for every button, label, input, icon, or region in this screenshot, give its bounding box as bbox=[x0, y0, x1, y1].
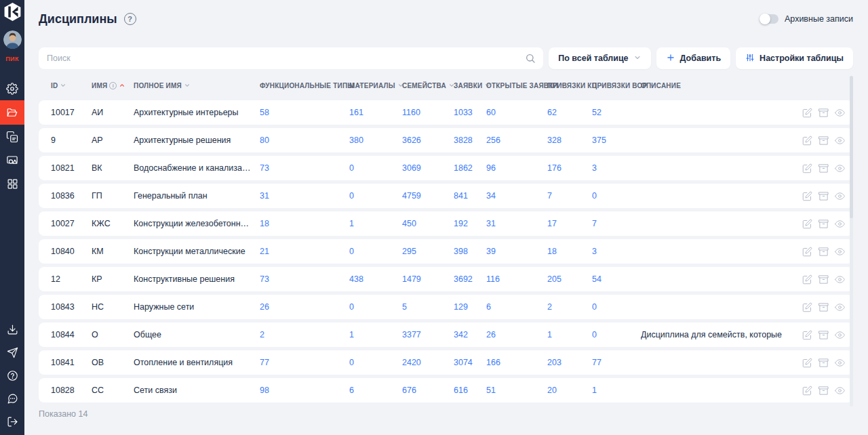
cell-functional_types[interactable]: 77 bbox=[260, 358, 349, 367]
archive-button[interactable] bbox=[818, 191, 829, 201]
column-header-materials[interactable]: МАТЕРИАЛЫ bbox=[349, 82, 402, 89]
cell-requests[interactable]: 616 bbox=[454, 386, 486, 395]
cell-open_requests[interactable]: 116 bbox=[486, 274, 547, 284]
cell-vor_bindings[interactable]: 3 bbox=[592, 247, 641, 256]
cell-families[interactable]: 1160 bbox=[402, 108, 454, 117]
cell-open_requests[interactable]: 51 bbox=[486, 386, 547, 395]
cell-functional_types[interactable]: 2 bbox=[260, 330, 349, 339]
eye-button[interactable] bbox=[835, 108, 845, 118]
cell-open_requests[interactable]: 60 bbox=[486, 108, 547, 117]
cell-functional_types[interactable]: 80 bbox=[260, 136, 349, 145]
archive-button[interactable] bbox=[818, 163, 829, 173]
archive-button[interactable] bbox=[818, 386, 829, 396]
cell-materials[interactable]: 0 bbox=[349, 163, 402, 173]
eye-button[interactable] bbox=[835, 219, 845, 229]
cell-vor_bindings[interactable]: 7 bbox=[592, 219, 641, 228]
cell-families[interactable]: 450 bbox=[402, 219, 454, 228]
cell-kc_bindings[interactable]: 1 bbox=[547, 330, 592, 339]
cell-open_requests[interactable]: 26 bbox=[486, 330, 547, 339]
cell-materials[interactable]: 161 bbox=[349, 108, 402, 117]
cell-open_requests[interactable]: 256 bbox=[486, 136, 547, 145]
cell-families[interactable]: 1479 bbox=[402, 274, 454, 284]
cell-vor_bindings[interactable]: 0 bbox=[592, 191, 641, 201]
cell-families[interactable]: 2420 bbox=[402, 358, 454, 367]
cell-kc_bindings[interactable]: 20 bbox=[547, 386, 592, 395]
sidebar-item-download[interactable] bbox=[0, 318, 24, 341]
cell-materials[interactable]: 0 bbox=[349, 302, 402, 312]
cell-requests[interactable]: 3074 bbox=[454, 358, 486, 367]
archive-button[interactable] bbox=[818, 274, 829, 285]
help-icon[interactable]: ? bbox=[124, 13, 136, 25]
column-header-open_requests[interactable]: ОТКРЫТЫЕ ЗАЯВКИ bbox=[486, 82, 547, 89]
edit-button[interactable] bbox=[802, 108, 812, 118]
cell-materials[interactable]: 1 bbox=[349, 219, 402, 228]
archive-toggle[interactable] bbox=[760, 14, 778, 24]
cell-vor_bindings[interactable]: 3 bbox=[592, 163, 641, 173]
cell-requests[interactable]: 1033 bbox=[454, 108, 486, 117]
cell-vor_bindings[interactable]: 52 bbox=[592, 108, 641, 117]
edit-button[interactable] bbox=[802, 136, 812, 146]
edit-button[interactable] bbox=[802, 247, 812, 257]
edit-button[interactable] bbox=[802, 330, 812, 340]
cell-open_requests[interactable]: 166 bbox=[486, 358, 547, 367]
cell-materials[interactable]: 6 bbox=[349, 386, 402, 395]
sidebar-item-folder[interactable] bbox=[0, 100, 24, 125]
cell-requests[interactable]: 192 bbox=[454, 219, 486, 228]
column-header-name[interactable]: ИМЯi bbox=[92, 82, 134, 89]
cell-vor_bindings[interactable]: 1 bbox=[592, 386, 641, 395]
cell-functional_types[interactable]: 98 bbox=[260, 386, 349, 395]
column-header-requests[interactable]: ЗАЯВКИ bbox=[454, 82, 486, 89]
sidebar-item-chat[interactable] bbox=[0, 387, 24, 410]
eye-button[interactable] bbox=[835, 247, 845, 257]
column-header-functional_types[interactable]: ФУНКЦИОНАЛЬНЫЕ ТИПЫ bbox=[260, 82, 349, 89]
cell-functional_types[interactable]: 73 bbox=[260, 163, 349, 173]
column-header-id[interactable]: ID bbox=[51, 82, 92, 89]
edit-button[interactable] bbox=[802, 358, 812, 368]
cell-materials[interactable]: 438 bbox=[349, 274, 402, 284]
cell-functional_types[interactable]: 58 bbox=[260, 108, 349, 117]
scrollbar-thumb[interactable] bbox=[850, 76, 853, 218]
cell-requests[interactable]: 3692 bbox=[454, 274, 486, 284]
cell-materials[interactable]: 0 bbox=[349, 247, 402, 256]
cell-open_requests[interactable]: 31 bbox=[486, 219, 547, 228]
cell-vor_bindings[interactable]: 375 bbox=[592, 136, 641, 145]
archive-button[interactable] bbox=[818, 247, 829, 257]
cell-materials[interactable]: 380 bbox=[349, 136, 402, 145]
cell-families[interactable]: 3626 bbox=[402, 136, 454, 145]
cell-kc_bindings[interactable]: 62 bbox=[547, 108, 592, 117]
cell-families[interactable]: 3377 bbox=[402, 330, 454, 339]
archive-button[interactable] bbox=[818, 136, 829, 146]
cell-functional_types[interactable]: 18 bbox=[260, 219, 349, 228]
eye-button[interactable] bbox=[835, 358, 845, 368]
cell-families[interactable]: 4759 bbox=[402, 191, 454, 201]
cell-vor_bindings[interactable]: 0 bbox=[592, 330, 641, 339]
edit-button[interactable] bbox=[802, 386, 812, 396]
cell-families[interactable]: 5 bbox=[402, 302, 454, 312]
cell-vor_bindings[interactable]: 77 bbox=[592, 358, 641, 367]
column-header-vor_bindings[interactable]: ПРИВЯЗКИ ВОР bbox=[592, 82, 641, 89]
cell-materials[interactable]: 0 bbox=[349, 358, 402, 367]
table-settings-button[interactable]: Настройки таблицы bbox=[736, 47, 853, 69]
cell-vor_bindings[interactable]: 0 bbox=[592, 302, 641, 312]
vertical-scrollbar[interactable] bbox=[850, 76, 853, 407]
search-input[interactable] bbox=[39, 47, 543, 69]
archive-button[interactable] bbox=[818, 358, 829, 368]
eye-button[interactable] bbox=[835, 136, 845, 146]
archive-button[interactable] bbox=[818, 219, 829, 229]
edit-button[interactable] bbox=[802, 163, 812, 173]
cell-kc_bindings[interactable]: 203 bbox=[547, 358, 592, 367]
cell-functional_types[interactable]: 21 bbox=[260, 247, 349, 256]
sidebar-item-layers[interactable] bbox=[0, 125, 24, 148]
cell-requests[interactable]: 3828 bbox=[454, 136, 486, 145]
archive-button[interactable] bbox=[818, 330, 829, 340]
cell-functional_types[interactable]: 26 bbox=[260, 302, 349, 312]
column-header-kc_bindings[interactable]: ПРИВЯЗКИ КЦ bbox=[547, 82, 592, 89]
edit-button[interactable] bbox=[802, 302, 812, 312]
sidebar-item-shapes[interactable] bbox=[0, 148, 24, 172]
eye-button[interactable] bbox=[835, 302, 845, 312]
cell-kc_bindings[interactable]: 2 bbox=[547, 302, 592, 312]
cell-open_requests[interactable]: 39 bbox=[486, 247, 547, 256]
cell-kc_bindings[interactable]: 18 bbox=[547, 247, 592, 256]
sidebar-item-help[interactable] bbox=[0, 364, 24, 387]
cell-requests[interactable]: 342 bbox=[454, 330, 486, 339]
